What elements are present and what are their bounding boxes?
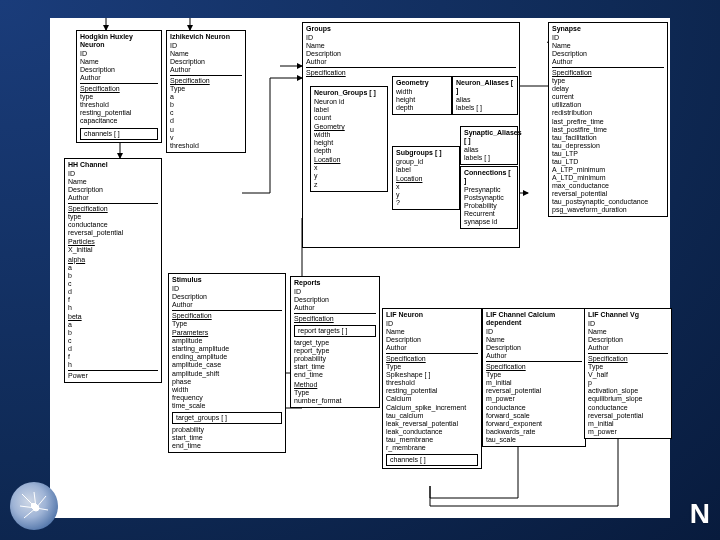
- box-title: Hodgkin Huxley Neuron: [80, 33, 158, 49]
- box-hh-channel: HH Channel ID Name Description Author Sp…: [64, 158, 162, 383]
- box-izh-neuron: Izhikevich Neuron ID Name Description Au…: [166, 30, 246, 153]
- box-subgroups: Subgroups [ ] group_id label Location x …: [392, 146, 460, 210]
- box-stimulus: Stimulus ID Description Author Specifica…: [168, 273, 286, 453]
- box-geometry: Geometry width height depth: [392, 76, 452, 115]
- array-channels: channels [ ]: [80, 128, 158, 140]
- university-mark: N: [690, 498, 708, 530]
- box-lif-neuron: LIF Neuron ID Name Description Author Sp…: [382, 308, 482, 469]
- box-neuron-groups: Neuron_Groups [ ] Neuron id label count …: [310, 86, 388, 192]
- box-connections: Connections [ ] Presynaptic Postsynaptic…: [460, 166, 518, 229]
- brain-logo-icon: [10, 482, 58, 530]
- diagram-canvas: Hodgkin Huxley Neuron ID Name Descriptio…: [50, 18, 670, 518]
- box-reports: Reports ID Description Author Specificat…: [290, 276, 380, 408]
- box-synapse: Synapse ID Name Description Author Speci…: [548, 22, 668, 217]
- slide-root: Hodgkin Huxley Neuron ID Name Descriptio…: [0, 0, 720, 540]
- box-lif-channel-calcium: LIF Channel Calcium dependent ID Name De…: [482, 308, 586, 447]
- box-hh-neuron: Hodgkin Huxley Neuron ID Name Descriptio…: [76, 30, 162, 143]
- box-lif-channel-vg: LIF Channel Vg ID Name Description Autho…: [584, 308, 672, 439]
- box-neuron-aliases: Neuron_Aliases [ ] alias labels [ ]: [452, 76, 518, 115]
- box-synaptic-aliases: Synaptic_Aliases [ ] alias labels [ ]: [460, 126, 518, 165]
